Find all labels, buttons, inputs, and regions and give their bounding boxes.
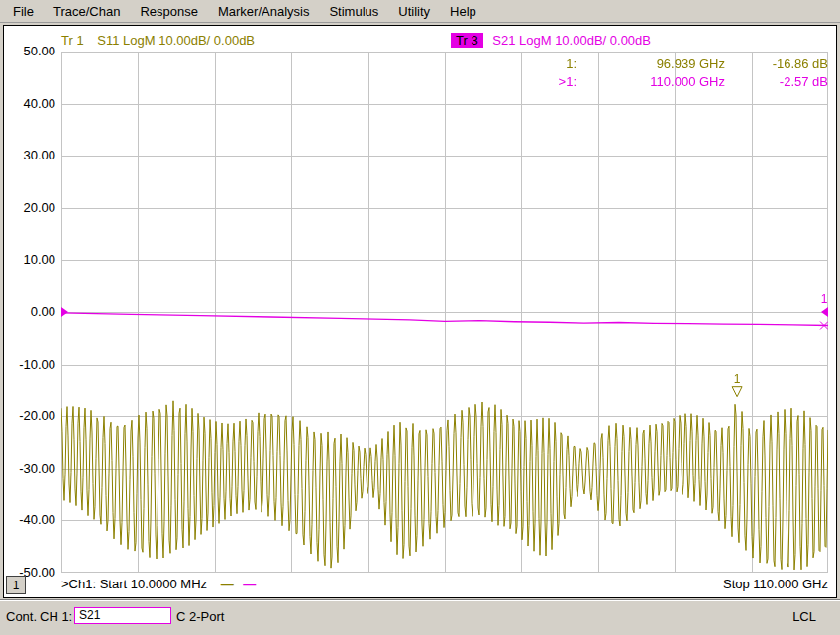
vna-application-window: FileTrace/ChanResponseMarker/AnalysisSti… [0, 0, 840, 635]
y-axis-label: -30.00 [4, 461, 55, 476]
measurement-parameter-box[interactable]: S21 [74, 607, 171, 624]
calibration-status: C 2-Port [176, 609, 224, 624]
y-axis-label: -20.00 [4, 408, 55, 424]
trace3-legend-dash: — [243, 577, 256, 591]
trace1-label[interactable]: Tr 1 [61, 33, 84, 48]
marker-readout-row: 1:96.939 GHz-16.86 dB [531, 55, 828, 73]
y-axis-label: 20.00 [4, 200, 55, 216]
trace3-header[interactable]: Tr 3 S21 LogM 10.00dB/ 0.00dB [451, 33, 651, 48]
sweep-stop-label: Stop 110.000 GHz [723, 577, 828, 591]
menu-item-response[interactable]: Response [130, 1, 208, 22]
trace1-detail: S11 LogM 10.00dB/ 0.00dB [97, 33, 255, 48]
y-axis-label: -40.00 [4, 512, 55, 528]
marker-readout: 1:96.939 GHz-16.86 dB>1:110.000 GHz-2.57… [531, 55, 828, 91]
menu-item-help[interactable]: Help [440, 1, 486, 22]
marker-val: -16.86 dB [725, 55, 828, 73]
y-axis-label: 40.00 [4, 96, 55, 112]
menu-item-trace-chan[interactable]: Trace/Chan [44, 1, 130, 22]
menu-bar: FileTrace/ChanResponseMarker/AnalysisSti… [0, 0, 840, 23]
status-bar: Cont. CH 1: S21 C 2-Port LCL [0, 599, 840, 635]
trace1-header[interactable]: Tr 1 S11 LogM 10.00dB/ 0.00dB [61, 33, 255, 48]
plot-canvas[interactable] [61, 52, 828, 573]
menu-item-marker-analysis[interactable]: Marker/Analysis [208, 1, 319, 22]
trace3-detail: S21 LogM 10.00dB/ 0.00dB [492, 33, 651, 48]
sweep-start-label: >Ch1: Start 10.0000 MHz — — [61, 577, 256, 591]
channel-status-label: CH 1: [40, 609, 72, 624]
channel-1-button[interactable]: 1 [6, 576, 26, 594]
sweep-mode-status[interactable]: Cont. [6, 609, 37, 624]
marker-readout-row: >1:110.000 GHz-2.57 dB [531, 73, 828, 91]
marker-freq: 96.939 GHz [577, 55, 725, 73]
menu-item-file[interactable]: File [3, 1, 44, 22]
y-axis-label: 10.00 [4, 252, 55, 267]
menu-item-utility[interactable]: Utility [388, 1, 440, 22]
local-remote-status: LCL [792, 609, 816, 624]
y-axis-label: 0.00 [4, 304, 55, 320]
marker-name: 1: [531, 55, 577, 73]
marker-freq: 110.000 GHz [577, 73, 725, 91]
y-axis-label: 30.00 [4, 148, 55, 163]
trace3-label[interactable]: Tr 3 [451, 33, 483, 48]
trace1-legend-dash: — [221, 577, 234, 591]
marker-name: >1: [531, 73, 577, 91]
menu-item-stimulus[interactable]: Stimulus [319, 1, 388, 22]
y-axis-label: -10.00 [4, 357, 55, 372]
plot-window: Tr 1 S11 LogM 10.00dB/ 0.00dB Tr 3 S21 L… [3, 25, 837, 598]
marker-val: -2.57 dB [725, 73, 828, 91]
start-frequency-text: >Ch1: Start 10.0000 MHz [61, 577, 207, 591]
y-axis-label: 50.00 [4, 44, 55, 59]
